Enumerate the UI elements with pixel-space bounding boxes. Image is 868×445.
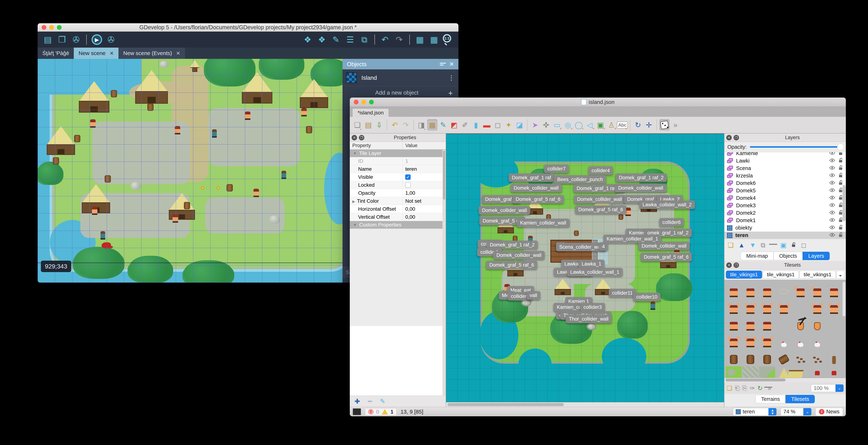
tab-new-scene[interactable]: New scene✕: [74, 47, 119, 59]
filter-icon[interactable]: [440, 63, 446, 65]
tiled-titlebar[interactable]: island.json: [350, 98, 846, 107]
object-label[interactable]: vall: [526, 291, 540, 300]
edit-property-button[interactable]: ✎: [380, 398, 385, 405]
property-row-visible[interactable]: Visible✓: [350, 173, 446, 181]
tileset-tile[interactable]: [759, 283, 775, 299]
object-label[interactable]: collider7: [544, 165, 569, 173]
bottom-tab-terrains[interactable]: Terrains: [755, 395, 785, 403]
tileset-tile[interactable]: [776, 349, 792, 366]
unlock-icon[interactable]: [838, 165, 843, 172]
tab-new-scene-events-[interactable]: New scene (Events)✕: [119, 47, 185, 59]
edit-tileset-icon[interactable]: ✑: [750, 384, 755, 392]
tileset-tile[interactable]: [742, 283, 758, 299]
redo-icon[interactable]: ↷: [401, 119, 411, 131]
layer-row-domek2[interactable]: Domek2: [724, 209, 846, 217]
zoom-window-button[interactable]: [369, 100, 374, 104]
layers-editor-icon[interactable]: ⧉: [359, 34, 370, 45]
close-tab-icon[interactable]: ✕: [176, 50, 180, 56]
eye-icon[interactable]: [829, 232, 835, 238]
tileset-tile[interactable]: [809, 316, 826, 332]
layer-row-domek3[interactable]: Domek3: [724, 202, 846, 209]
debug-icon[interactable]: ✇: [70, 34, 82, 45]
tileset-tile[interactable]: [759, 333, 775, 349]
tileset-tile[interactable]: [826, 366, 842, 378]
float-panel-icon[interactable]: ❐: [734, 135, 739, 140]
tileset-tile[interactable]: [725, 316, 742, 332]
property-row-opacity[interactable]: Opacity1,00: [350, 189, 446, 197]
object-label[interactable]: Domek_graf_5 raf_6: [486, 261, 537, 269]
play-icon[interactable]: ▶: [91, 34, 103, 45]
add-new-object-button[interactable]: Add a new object ＋: [342, 87, 459, 99]
raise-layer-icon[interactable]: ▲: [738, 242, 745, 249]
open-file-icon[interactable]: ▤: [363, 119, 373, 131]
unlock-icon[interactable]: [838, 180, 843, 187]
dock-tab-mini-map[interactable]: Mini-map: [741, 252, 774, 260]
object-label[interactable]: Domek_graf_5 raf_6: [575, 205, 626, 214]
tab-island-json[interactable]: *island.json: [352, 108, 389, 117]
minimize-window-button[interactable]: [362, 100, 366, 104]
grid-icon[interactable]: ▦: [428, 34, 440, 45]
float-panel-icon[interactable]: ❐: [734, 262, 739, 268]
tile-layer-group-header[interactable]: ▼Tile Layer: [350, 150, 446, 157]
opacity-slider-knob[interactable]: [837, 144, 844, 150]
stamp-variations-icon[interactable]: ◨⌄: [416, 119, 427, 131]
random-mode-icon[interactable]: [659, 119, 670, 131]
layer-stepper[interactable]: ▴▾: [768, 408, 776, 415]
tileset-tile[interactable]: [725, 366, 742, 378]
insert-point-icon[interactable]: ◎▾: [563, 119, 573, 131]
bottom-tab-tilesets[interactable]: Tilesets: [785, 395, 815, 403]
object-label[interactable]: Domek_collider_wall: [574, 195, 625, 203]
layer-row-domek5[interactable]: Domek5: [724, 187, 846, 194]
object-label[interactable]: Domek_graf_5 raf_6: [641, 253, 692, 261]
tileset-tile[interactable]: [742, 299, 758, 316]
layer-row-kamienie[interactable]: Kamienie: [724, 152, 846, 157]
object-label[interactable]: Lawka_collider_wall_1: [567, 268, 622, 276]
tab--p-[interactable]: Śţàŕţ 'Pàĝē: [38, 47, 74, 59]
layer-row-krzesla[interactable]: krzesla: [724, 172, 846, 180]
insert-polygon-icon[interactable]: ◁▾: [585, 119, 595, 131]
visible-checkbox[interactable]: ✓: [405, 174, 411, 180]
dock-tab-objects[interactable]: Objects: [774, 252, 803, 260]
property-row-horizontal-offset[interactable]: Horizontal Offset0,00: [350, 205, 446, 213]
tileset-tile[interactable]: [725, 333, 742, 349]
eye-icon[interactable]: [829, 225, 835, 231]
select-objects-icon[interactable]: ➤: [530, 119, 540, 131]
shape-fill-icon[interactable]: ✐: [460, 119, 470, 131]
tileset-tab-0[interactable]: tile_vikings1: [726, 271, 762, 279]
rectangular-select-icon[interactable]: ◻: [493, 119, 503, 131]
open-scene-icon[interactable]: ❐: [56, 34, 68, 45]
layer-row-domek6[interactable]: Domek6: [724, 180, 846, 187]
object-label[interactable]: Domek_collider_wall: [638, 242, 690, 250]
layer-row-scena[interactable]: Scena: [724, 165, 846, 172]
eye-icon[interactable]: [829, 210, 835, 216]
object-label[interactable]: collider3: [580, 303, 605, 312]
tileset-tab-2[interactable]: tile_vikings1: [800, 271, 836, 279]
tileset-tile[interactable]: [776, 299, 792, 316]
add-property-button[interactable]: ✚: [354, 398, 360, 405]
object-label[interactable]: Bees_collider_punch: [554, 175, 606, 184]
unlock-icon[interactable]: [838, 232, 843, 239]
export-tileset-icon[interactable]: ⎘: [742, 384, 747, 392]
layer-row-domek1[interactable]: Domek1: [724, 217, 846, 224]
zoom-1-1-icon[interactable]: 1:1: [442, 34, 454, 45]
map-horizontal-scrollbar[interactable]: [446, 402, 724, 407]
move-icon[interactable]: ✛: [644, 119, 654, 131]
eye-icon[interactable]: [829, 173, 835, 179]
tileset-tile[interactable]: [759, 316, 775, 332]
new-file-icon[interactable]: ❏⌄: [352, 119, 363, 131]
tileset-tile[interactable]: [742, 349, 758, 366]
tileset-tile[interactable]: [725, 283, 742, 299]
object-label[interactable]: Lawka_collider_wall_2: [639, 200, 695, 209]
undo-icon[interactable]: ↶: [390, 119, 400, 131]
tileset-tile[interactable]: [776, 333, 792, 349]
property-row-name[interactable]: Nameteren: [350, 165, 446, 173]
object-label[interactable]: Domek_collider_wall: [493, 251, 545, 259]
object-label[interactable]: Thor_collider_wall: [566, 315, 612, 323]
property-row-id[interactable]: ID1: [350, 157, 446, 165]
raise-object-icon[interactable]: ▣: [780, 242, 786, 249]
tileset-tile[interactable]: [809, 349, 826, 366]
tileset-tile[interactable]: [776, 316, 792, 332]
tileset-tile[interactable]: [793, 333, 809, 349]
layer-row-domek4[interactable]: Domek4: [724, 194, 846, 202]
object-label[interactable]: Scena_collider_wall: [556, 243, 606, 251]
